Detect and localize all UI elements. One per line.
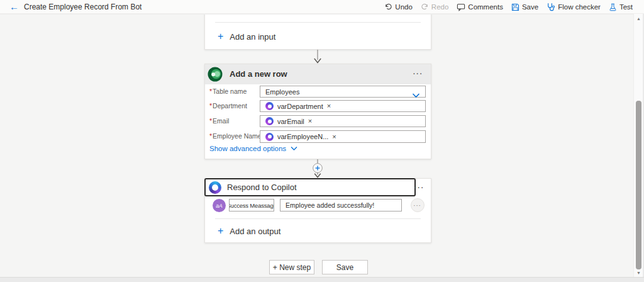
respond-card-header[interactable]: Respond to Copilot [204,178,416,196]
respond-card[interactable]: Respond to Copilot ··· aA Success Meassa… [204,178,431,243]
table-name-value: Employees [265,88,299,96]
chevron-down-icon[interactable] [412,89,420,101]
save-flow-button[interactable]: Save [322,260,368,274]
chevron-down-icon [291,146,297,151]
redo-label: Redo [431,3,449,11]
token-label: varEmail [277,118,304,125]
flow-checker-label: Flow checker [558,3,601,11]
add-input-button[interactable]: + Add an input [218,28,275,45]
required-marker: * [209,87,212,95]
test-button[interactable]: Test [609,3,633,11]
comments-button[interactable]: Comments [457,3,503,11]
bottom-edge [0,277,644,282]
remove-token-icon[interactable]: × [327,103,331,110]
redo-button[interactable]: Redo [421,3,449,11]
undo-icon [384,3,392,11]
add-output-label: Add an output [230,227,280,236]
email-field[interactable]: varEmail × [260,115,426,127]
text-type-icon: aA [213,199,226,212]
department-field[interactable]: varDepartment × [260,100,426,112]
token-label: varDepartment [277,103,323,110]
add-row-card-title: Add a new row [230,64,287,84]
insert-step-connector[interactable] [311,159,324,181]
output-name-input[interactable]: Success Meassage [229,199,274,212]
divider [215,218,421,219]
scroll-up-icon[interactable]: ▲ [634,14,643,23]
table-name-label: *Table name [209,86,260,98]
advanced-label: Show advanced options [209,145,286,152]
connector-arrow [313,50,323,66]
variable-icon [265,102,274,110]
add-row-menu-button[interactable]: ··· [413,64,423,84]
toolbar: Undo Redo Comments Save Flow checker Tes… [384,0,633,14]
variable-icon [265,133,274,141]
undo-button[interactable]: Undo [384,3,413,11]
redo-icon [421,3,429,11]
flow-checker-icon [547,3,555,11]
test-icon [609,3,617,11]
token-label: varEmployeeN... [277,133,328,140]
add-input-label: Add an input [230,32,275,42]
save-button[interactable]: Save [511,3,538,11]
output-value-input[interactable]: Employee added successfully! [280,199,402,212]
respond-card-title: Respond to Copilot [227,183,297,192]
email-token[interactable]: varEmail × [265,117,312,125]
flow-checker-button[interactable]: Flow checker [547,3,601,11]
add-row-card[interactable]: Add a new row ··· *Table name Employees … [204,64,431,159]
plus-icon: + [218,31,223,42]
vertical-scrollbar[interactable]: ▲ ▼ [633,14,643,277]
test-label: Test [619,3,633,11]
employee-name-field[interactable]: varEmployeeN... × [260,130,426,143]
flow-canvas: + Add an input Add a new row ··· *Table … [0,14,634,277]
email-label: *Email [209,115,260,127]
required-marker: * [209,132,212,140]
output-row: aA Success Meassage Employee added succe… [205,199,431,213]
respond-menu-button[interactable]: ··· [414,180,425,196]
copilot-icon [209,181,221,194]
comments-icon [457,3,465,11]
undo-label: Undo [395,3,413,11]
employee-name-token[interactable]: varEmployeeN... × [265,133,336,141]
table-name-dropdown[interactable]: Employees [260,86,426,98]
output-row-menu-button[interactable]: ··· [411,198,425,212]
add-row-card-header[interactable]: Add a new row ··· [205,64,431,84]
trigger-card[interactable]: + Add an input [204,14,431,50]
comments-label: Comments [468,3,503,11]
employee-name-label: *Employee Name [209,130,260,142]
back-icon[interactable]: ← [9,1,19,13]
save-icon [511,3,519,11]
dataverse-icon [207,66,223,82]
remove-token-icon[interactable]: × [308,118,312,125]
scroll-down-icon[interactable]: ▼ [634,268,643,277]
remove-token-icon[interactable]: × [332,133,336,140]
required-marker: * [209,102,212,110]
department-token[interactable]: varDepartment × [265,102,331,110]
save-label: Save [522,3,538,11]
new-step-button[interactable]: + New step [269,260,314,274]
scrollbar-thumb[interactable] [636,101,641,269]
plus-icon: + [218,226,223,236]
show-advanced-options-link[interactable]: Show advanced options [209,145,297,152]
required-marker: * [209,117,212,125]
flow-title: Create Employee Record From Bot [24,0,142,14]
variable-icon [265,117,274,125]
top-bar: ← Create Employee Record From Bot Undo R… [0,0,644,14]
department-label: *Department [209,100,260,112]
add-output-button[interactable]: + Add an output [218,223,280,239]
divider [215,22,421,23]
